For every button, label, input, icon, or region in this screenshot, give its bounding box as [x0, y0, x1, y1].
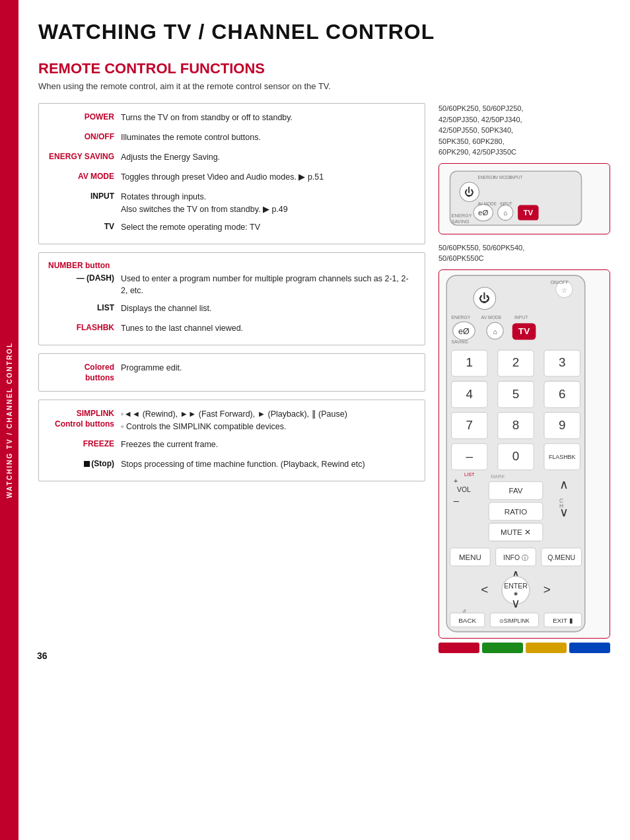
- svg-text:6: 6: [559, 386, 565, 400]
- svg-text:MUTE ✕: MUTE ✕: [501, 528, 531, 536]
- svg-text:VOL: VOL: [457, 486, 471, 493]
- freeze-text: Freezes the current frame.: [121, 438, 415, 451]
- svg-text:⏻: ⏻: [479, 292, 490, 304]
- svg-text:ON/OFF: ON/OFF: [550, 279, 569, 285]
- colored-text: Programme edit.: [121, 362, 415, 374]
- svg-text:2: 2: [512, 355, 519, 369]
- svg-text:INPUT: INPUT: [514, 315, 528, 320]
- onoff-row: ON/OFF Illuminates the remote control bu…: [48, 131, 415, 146]
- svg-text:⏻: ⏻: [464, 186, 474, 197]
- power-row: POWER Turns the TV on from standby or of…: [48, 112, 415, 126]
- svg-text:∧: ∧: [559, 477, 569, 491]
- left-column: POWER Turns the TV on from standby or of…: [38, 103, 425, 653]
- simplink-item-1: ◦◄◄ (Rewind), ►► (Fast Forward), ► (Play…: [121, 408, 415, 421]
- dash-text: Used to enter a program number for multi…: [121, 273, 415, 298]
- input-label: INPUT: [48, 191, 121, 201]
- svg-text:MARK: MARK: [491, 473, 505, 479]
- svg-text:AV MODE: AV MODE: [481, 315, 502, 320]
- red-button: [438, 643, 479, 653]
- svg-text:MENU: MENU: [459, 553, 481, 561]
- svg-text:–: –: [466, 449, 473, 463]
- right-column: 50/60PK250, 50/60PJ250, 42/50PJ350, 42/5…: [438, 103, 610, 653]
- colored-buttons-strip: [438, 643, 610, 653]
- colored-row: Colored buttons Programme edit.: [48, 362, 415, 383]
- svg-text:7: 7: [466, 417, 473, 431]
- list-row: LIST Displays the channel list.: [48, 302, 415, 317]
- svg-text:⌂: ⌂: [503, 209, 507, 217]
- tv-text: Select the remote operating mode: TV: [121, 221, 415, 234]
- svg-text:SAVING: SAVING: [452, 339, 468, 344]
- sidebar-label: WATCHING TV / CHANNEL CONTROL: [0, 0, 18, 840]
- svg-text:H: H: [559, 503, 563, 509]
- simplink-row: SIMPLINKControl buttons ◦◄◄ (Rewind), ►►…: [48, 408, 415, 433]
- dash-label: — (DASH): [48, 273, 121, 283]
- svg-text:8: 8: [512, 417, 519, 431]
- svg-text:⊙SIMPLINK: ⊙SIMPLINK: [499, 617, 530, 624]
- input-row: INPUT Rotates through inputs. Also switc…: [48, 191, 415, 216]
- model-1-label: 50/60PK250, 50/60PJ250, 42/50PJ350, 42/5…: [438, 103, 610, 158]
- simplink-item-2: ◦ Controls the SIMPLINK compatible devic…: [121, 421, 415, 433]
- colored-box: Colored buttons Programme edit.: [38, 353, 425, 392]
- page-number: 36: [37, 650, 48, 661]
- power-text: Turns the TV on from standby or off to s…: [121, 112, 415, 124]
- energy-text: Adjusts the Energy Saving.: [121, 151, 415, 164]
- simplink-box: SIMPLINKControl buttons ◦◄◄ (Rewind), ►►…: [38, 400, 425, 481]
- green-button: [482, 643, 523, 653]
- list-label: LIST: [48, 302, 121, 312]
- svg-text:4: 4: [466, 386, 473, 400]
- flashbk-row: FLASHBK Tunes to the last channel viewed…: [48, 322, 415, 337]
- svg-text:<: <: [481, 582, 488, 596]
- svg-text:AV MODE: AV MODE: [477, 201, 496, 205]
- model-2-label: 50/60PK550, 50/60PK540, 50/60PK550C: [438, 242, 610, 264]
- energy-row: ENERGY SAVING Adjusts the Energy Saving.: [48, 151, 415, 166]
- svg-text:+: +: [454, 477, 458, 485]
- svg-text:eØ: eØ: [458, 327, 470, 336]
- remote-svg-1: ⏻ ENERGY SAVING eØ AV MODE INPUT ⌂: [443, 168, 588, 230]
- input-text: Rotates through inputs. Also switches th…: [121, 191, 415, 216]
- stop-label-text: (Stop): [91, 459, 114, 468]
- svg-text:☆: ☆: [561, 287, 567, 294]
- page-title: WATCHING TV / CHANNEL CONTROL: [38, 20, 610, 44]
- avmode-label: AV MODE: [48, 171, 121, 181]
- svg-text:INFO ⓘ: INFO ⓘ: [503, 553, 528, 561]
- list-text: Displays the channel list.: [121, 302, 415, 315]
- svg-text:INPUT: INPUT: [500, 201, 512, 205]
- yellow-button: [526, 643, 567, 653]
- section-title: REMOTE CONTROL FUNCTIONS: [38, 60, 610, 77]
- intro-text: When using the remote control, aim it at…: [38, 81, 610, 91]
- stop-text: Stops processing of time machine functio…: [121, 458, 415, 471]
- tv-label: TV: [48, 221, 121, 231]
- onoff-label: ON/OFF: [48, 131, 121, 141]
- number-buttons-box: NUMBER button — (DASH) Used to enter a p…: [38, 252, 425, 346]
- svg-text:TV: TV: [518, 326, 530, 336]
- number-section-label: NUMBER button: [48, 261, 121, 270]
- svg-text:–: –: [454, 495, 460, 506]
- avmode-text: Toggles through preset Video and Audio m…: [121, 171, 415, 184]
- svg-text:1: 1: [466, 355, 473, 369]
- svg-text:AV MODE: AV MODE: [493, 174, 511, 179]
- dash-row: — (DASH) Used to enter a program number …: [48, 273, 415, 298]
- svg-text:TV: TV: [523, 209, 533, 217]
- svg-text:LIST: LIST: [464, 472, 475, 477]
- freeze-row: FREEZE Freezes the current frame.: [48, 438, 415, 453]
- avmode-row: AV MODE Toggles through preset Video and…: [48, 171, 415, 186]
- main-buttons-box: POWER Turns the TV on from standby or of…: [38, 103, 425, 244]
- remote-svg-2: ☆ ON/OFF ⏻ ENERGY AV MODE INPUT eØ SAVIN…: [443, 274, 588, 634]
- freeze-label: FREEZE: [48, 438, 121, 448]
- svg-text:0: 0: [512, 449, 519, 463]
- svg-text:⌂: ⌂: [493, 328, 497, 335]
- svg-text:INPUT: INPUT: [510, 174, 523, 179]
- svg-text:SAVING: SAVING: [452, 218, 470, 224]
- svg-text:FAV: FAV: [509, 487, 523, 495]
- svg-text:5: 5: [512, 386, 519, 400]
- svg-text:ENTER: ENTER: [504, 582, 528, 589]
- svg-text:↺: ↺: [462, 608, 466, 614]
- number-section-label-row: NUMBER button: [48, 261, 415, 270]
- blue-button: [569, 643, 610, 653]
- onoff-text: Illuminates the remote control buttons.: [121, 131, 415, 144]
- stop-row: (Stop) Stops processing of time machine …: [48, 458, 415, 473]
- svg-text:9: 9: [559, 417, 565, 431]
- power-label: POWER: [48, 112, 121, 122]
- flashbk-text: Tunes to the last channel viewed.: [121, 322, 415, 335]
- energy-label: ENERGY SAVING: [48, 151, 121, 161]
